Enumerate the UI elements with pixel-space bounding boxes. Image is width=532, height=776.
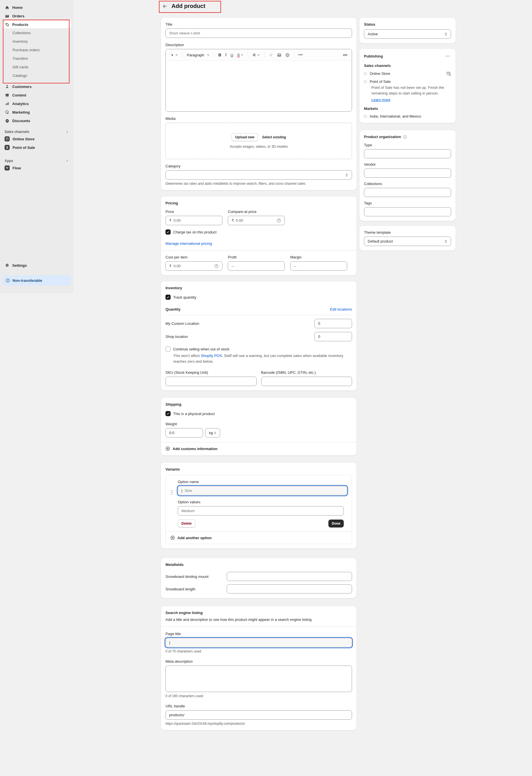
learn-more-link[interactable]: Learn more (371, 98, 390, 102)
section-label: Apps (5, 159, 13, 163)
insert-image-button[interactable] (276, 52, 283, 58)
edit-locations-link[interactable]: Edit locations (330, 307, 352, 312)
track-quantity-checkbox[interactable] (165, 295, 171, 300)
plus-circle-icon (170, 536, 175, 540)
sidebar-item-orders[interactable]: Orders (2, 12, 71, 20)
description-textarea[interactable] (166, 61, 352, 111)
sidebar-item-label: Products (12, 22, 28, 27)
section-label: Sales channels (5, 130, 29, 134)
sidebar-item-content[interactable]: Content (2, 91, 71, 99)
theme-template-label: Theme template (364, 230, 451, 234)
continue-selling-checkbox[interactable] (165, 347, 171, 352)
sidebar-item-online-store[interactable]: Online Store (2, 135, 71, 143)
url-handle-input[interactable] (165, 710, 352, 720)
sidebar-item-catalogs[interactable]: Catalogs (2, 72, 71, 80)
weight-input[interactable] (165, 428, 203, 437)
select-existing-link[interactable]: Select existing (262, 135, 286, 139)
sidebar-item-marketing[interactable]: Marketing (2, 108, 71, 116)
sidebar-item-transfers[interactable]: Transfers (2, 55, 71, 63)
sidebar-item-point-of-sale[interactable]: S Point of Sale (2, 144, 71, 152)
quantity-input-shop-location[interactable] (314, 332, 352, 341)
physical-product-checkbox-row[interactable]: This is a physical product (165, 411, 352, 416)
media-dropzone[interactable]: Upload new Select existing Accepts image… (165, 123, 352, 159)
metafields-heading: Metafields (165, 563, 352, 567)
help-question-icon[interactable] (277, 218, 281, 223)
underline-button[interactable]: U (229, 52, 235, 58)
overflow-menu-icon[interactable] (444, 53, 451, 59)
metafield-input-snowboard-length[interactable] (227, 584, 352, 594)
add-another-option-button[interactable]: Add another option (166, 532, 352, 544)
sidebar-item-purchase-orders[interactable]: Purchase orders (2, 46, 71, 54)
category-select[interactable] (165, 170, 352, 180)
metafield-input-binding-mount[interactable] (227, 572, 352, 581)
divider (161, 250, 357, 250)
sales-channels-header[interactable]: Sales channels (5, 130, 69, 134)
manage-international-pricing-link[interactable]: Manage international pricing (165, 241, 212, 246)
more-options-button[interactable]: ••• (297, 52, 305, 58)
collections-input[interactable] (364, 188, 451, 197)
physical-product-checkbox[interactable] (165, 411, 171, 416)
status-select[interactable]: Active (364, 29, 451, 39)
vendor-input[interactable] (364, 169, 451, 178)
sku-input[interactable] (165, 377, 256, 386)
flow-icon (5, 165, 10, 171)
title-input[interactable] (165, 28, 352, 38)
option-name-input[interactable]: | Size (178, 486, 347, 495)
alignment-button[interactable] (251, 52, 261, 58)
apps-header[interactable]: Apps (5, 159, 69, 163)
back-arrow-button[interactable] (162, 4, 167, 9)
schedule-calendar-icon[interactable] (446, 71, 451, 76)
help-question-icon[interactable] (214, 264, 219, 268)
sidebar-item-discounts[interactable]: Discounts (2, 117, 71, 125)
text-color-button[interactable]: A (236, 52, 245, 58)
theme-template-select[interactable]: Default product (364, 236, 451, 246)
barcode-input[interactable] (261, 377, 352, 386)
price-input[interactable]: ₹ 0.00 (165, 216, 222, 225)
continue-selling-checkbox-row[interactable]: Continue selling when out of stock (165, 347, 352, 352)
meta-description-textarea[interactable] (165, 665, 352, 692)
sidebar-item-gift-cards[interactable]: Gift cards (2, 63, 71, 71)
charge-tax-checkbox-row[interactable]: Charge tax on this product (165, 229, 352, 234)
code-view-button[interactable]: </> (341, 52, 349, 58)
drag-handle[interactable] (166, 480, 178, 528)
cost-per-item-input[interactable]: ₹ 0.00 (165, 261, 222, 271)
sidebar-item-settings[interactable]: Settings (2, 261, 71, 269)
non-transferable-banner[interactable]: Non-transferable (2, 275, 71, 285)
page-title-input[interactable]: | (165, 638, 352, 647)
type-input[interactable] (364, 149, 451, 158)
quantity-input-custom-location[interactable] (314, 319, 352, 328)
sidebar-item-home[interactable]: Home (2, 3, 71, 11)
tags-input[interactable] (364, 207, 451, 216)
home-icon (5, 5, 9, 10)
shopify-pos-link[interactable]: Shopify POS (201, 354, 222, 358)
sidebar-item-analytics[interactable]: Analytics (2, 100, 71, 108)
charge-tax-checkbox[interactable] (165, 229, 171, 234)
orders-icon (5, 14, 9, 18)
sidebar-item-label: Customers (12, 84, 32, 89)
sidebar-item-customers[interactable]: Customers (2, 82, 71, 90)
sidebar-item-inventory[interactable]: Inventory (2, 38, 71, 45)
sidebar-item-collections[interactable]: Collections (2, 29, 71, 37)
upload-new-button[interactable]: Upload new (231, 133, 258, 141)
sidebar-item-label: Content (12, 93, 26, 98)
link-icon[interactable] (268, 52, 275, 58)
done-button[interactable]: Done (328, 520, 344, 528)
ai-sparkle-button[interactable] (169, 52, 179, 58)
delete-option-button[interactable]: Delete (178, 520, 195, 528)
bold-button[interactable]: B (217, 51, 223, 58)
category-hint: Determines tax rates and adds metafields… (165, 182, 352, 186)
sidebar-item-flow[interactable]: Flow (2, 164, 71, 172)
info-icon[interactable] (403, 135, 407, 139)
weight-label: Weight (165, 422, 352, 426)
channel-dot-icon (364, 72, 367, 75)
paragraph-style-dropdown[interactable]: Paragraph (185, 52, 211, 58)
sidebar-item-products[interactable]: Products (2, 20, 71, 28)
italic-button[interactable]: I (224, 51, 228, 58)
weight-unit-select[interactable]: kg (205, 428, 220, 437)
add-customs-button[interactable]: Add customs information (165, 446, 352, 451)
insert-video-button[interactable] (284, 52, 291, 58)
compare-at-price-input[interactable]: ₹ 0.00 (228, 216, 285, 225)
variant-option-editor: Option name | Size Option values Delete … (165, 475, 352, 544)
option-value-input[interactable] (178, 506, 344, 516)
track-quantity-checkbox-row[interactable]: Track quantity (165, 295, 352, 300)
